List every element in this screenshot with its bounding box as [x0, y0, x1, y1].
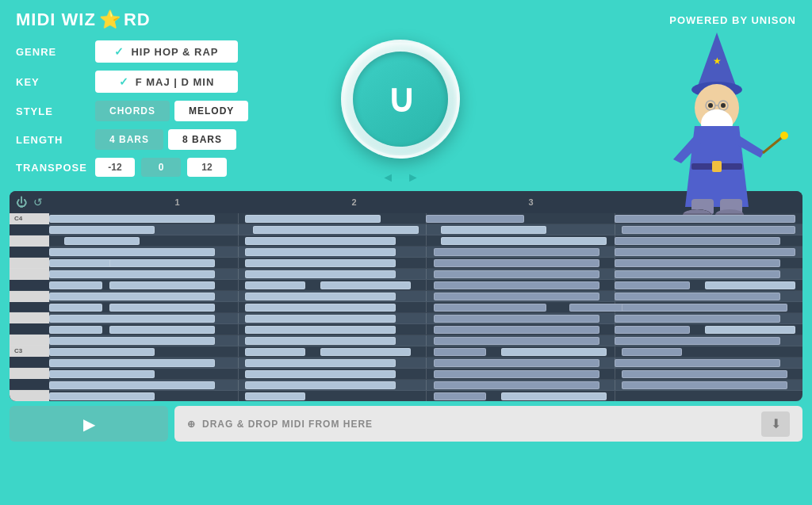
note[interactable]: [245, 359, 396, 367]
note[interactable]: [253, 226, 419, 234]
note[interactable]: [245, 348, 305, 356]
note[interactable]: [245, 337, 396, 345]
note[interactable]: [434, 248, 599, 256]
note[interactable]: [615, 359, 780, 367]
note[interactable]: [245, 381, 396, 389]
note[interactable]: [49, 315, 215, 323]
note[interactable]: [49, 270, 215, 278]
prev-arrow-button[interactable]: ◄: [381, 170, 394, 185]
note[interactable]: [109, 304, 215, 312]
note[interactable]: [49, 370, 155, 378]
note[interactable]: [49, 381, 215, 389]
key-f3s: [10, 280, 49, 291]
note[interactable]: [109, 326, 215, 334]
note[interactable]: [434, 392, 487, 400]
note[interactable]: [434, 359, 599, 367]
refresh-icon[interactable]: ↺: [33, 196, 43, 209]
note[interactable]: [320, 281, 411, 289]
grid-row-13: [49, 358, 802, 369]
note[interactable]: [441, 237, 607, 245]
style-melody-button[interactable]: MELODY: [174, 101, 248, 121]
note[interactable]: [441, 226, 546, 234]
note[interactable]: [434, 259, 599, 267]
genre-select[interactable]: ✓ HIP HOP & RAP: [95, 40, 238, 63]
note[interactable]: [245, 281, 305, 289]
note[interactable]: [622, 348, 682, 356]
length-8-button[interactable]: 8 BARS: [168, 129, 236, 150]
note[interactable]: [64, 237, 140, 245]
note[interactable]: [109, 281, 215, 289]
note[interactable]: [434, 293, 599, 300]
note[interactable]: [622, 226, 795, 234]
note[interactable]: [622, 381, 787, 389]
note[interactable]: [705, 281, 795, 289]
note[interactable]: [434, 381, 599, 389]
note[interactable]: [49, 392, 155, 400]
note[interactable]: [434, 370, 599, 378]
note[interactable]: [245, 270, 396, 278]
transpose-pos-button[interactable]: 12: [187, 158, 227, 177]
download-button[interactable]: ⬇: [761, 411, 790, 437]
note[interactable]: [434, 348, 487, 356]
note[interactable]: [320, 348, 411, 356]
note[interactable]: [434, 315, 599, 323]
note[interactable]: [615, 326, 690, 334]
note[interactable]: [245, 237, 396, 245]
note[interactable]: [615, 237, 780, 245]
key-a3: [10, 247, 49, 258]
note[interactable]: [49, 226, 155, 234]
note[interactable]: [49, 281, 102, 289]
note[interactable]: [434, 337, 599, 345]
note[interactable]: [245, 392, 305, 400]
note[interactable]: [615, 315, 780, 323]
note[interactable]: [615, 270, 780, 278]
play-button[interactable]: ▶: [10, 406, 168, 442]
note[interactable]: [615, 248, 795, 256]
note[interactable]: [615, 259, 780, 267]
note[interactable]: [705, 326, 795, 334]
key-select[interactable]: ✓ F MAJ | D MIN: [95, 71, 238, 93]
note[interactable]: [49, 215, 215, 223]
piano-roll-body: C4 C3: [10, 213, 802, 401]
length-4-button[interactable]: 4 BARS: [95, 129, 163, 150]
note[interactable]: [615, 337, 780, 345]
note[interactable]: [49, 337, 215, 345]
note[interactable]: [49, 248, 215, 256]
note[interactable]: [245, 259, 396, 267]
note[interactable]: [426, 215, 524, 223]
note[interactable]: [49, 348, 155, 356]
note[interactable]: [615, 293, 780, 300]
note[interactable]: [49, 359, 215, 367]
note[interactable]: [615, 215, 795, 223]
note[interactable]: [245, 326, 396, 334]
next-arrow-button[interactable]: ►: [407, 170, 419, 185]
key-d3: [10, 323, 49, 335]
note[interactable]: [49, 293, 215, 300]
note[interactable]: [434, 281, 599, 289]
note[interactable]: [245, 304, 396, 312]
note[interactable]: [615, 281, 690, 289]
generate-button[interactable]: ∪: [341, 40, 460, 159]
grid-row-5: [49, 269, 802, 280]
note[interactable]: [434, 270, 599, 278]
power-icon[interactable]: ⏻: [16, 196, 27, 209]
note[interactable]: [434, 326, 599, 334]
note[interactable]: [245, 293, 396, 300]
drag-drop-area[interactable]: ⊕ DRAG & DROP MIDI FROM HERE ⬇: [174, 406, 802, 442]
style-chords-button[interactable]: CHORDS: [95, 101, 170, 121]
note[interactable]: [622, 304, 787, 312]
note[interactable]: [245, 315, 396, 323]
note[interactable]: [501, 392, 607, 400]
note[interactable]: [245, 370, 396, 378]
transpose-neg-button[interactable]: -12: [95, 158, 135, 177]
note[interactable]: [49, 326, 102, 334]
transpose-zero-button[interactable]: 0: [141, 158, 181, 177]
note[interactable]: [245, 215, 381, 223]
note[interactable]: [245, 248, 396, 256]
note[interactable]: [49, 304, 102, 312]
note[interactable]: [434, 304, 547, 312]
note[interactable]: [569, 304, 630, 312]
note[interactable]: [109, 259, 215, 267]
note[interactable]: [501, 348, 607, 356]
note[interactable]: [622, 370, 787, 378]
